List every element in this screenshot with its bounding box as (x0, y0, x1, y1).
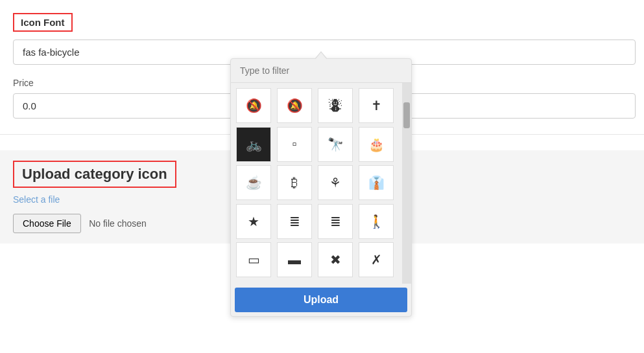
upload-title: Upload category icon (13, 161, 176, 188)
icon-walking[interactable]: 🚶 (359, 204, 394, 239)
icon-bible[interactable]: ✝ (359, 88, 394, 123)
icons-grid: 🔕 🔕 ⛇ ✝ 🚲 ▫ 🔭 🎂 ☕ ₿ ⚘ 👔 ★ ≣ ≣ 🚶 (231, 83, 402, 284)
icon-bicycle[interactable]: 🚲 (236, 127, 271, 162)
icon-bluetooth-b[interactable]: ✖ (318, 242, 353, 277)
icon-blogger-b[interactable]: ▭ (236, 242, 271, 277)
main-content: Icon Font Price Upload category icon Sel… (0, 0, 644, 256)
no-file-text: No file chosen (89, 218, 147, 229)
icon-birthday-cake[interactable]: 🎂 (359, 127, 394, 162)
icon-align-right[interactable]: ≣ (277, 204, 312, 239)
icon-coffee[interactable]: ☕ (236, 165, 271, 200)
icon-bold[interactable]: ▫ (277, 127, 312, 162)
icon-bell-slash[interactable]: 🔕 (236, 88, 271, 123)
scrollbar-thumb[interactable] (403, 102, 410, 128)
icon-bluetooth[interactable]: ✗ (359, 242, 394, 277)
choose-file-button[interactable]: Choose File (13, 214, 81, 233)
icon-filter-input[interactable] (231, 59, 411, 83)
icon-share-nodes[interactable]: ⛇ (318, 88, 353, 123)
icon-bell-slash2[interactable]: 🔕 (277, 88, 312, 123)
scrollbar-track[interactable] (402, 83, 411, 284)
icon-tie[interactable]: 👔 (359, 165, 394, 200)
picker-arrow-inner (315, 52, 327, 60)
icon-align-left[interactable]: ≣ (318, 204, 353, 239)
icon-blogger[interactable]: ▬ (277, 242, 312, 277)
icons-grid-wrapper: 🔕 🔕 ⛇ ✝ 🚲 ▫ 🔭 🎂 ☕ ₿ ⚘ 👔 ★ ≣ ≣ 🚶 (231, 83, 411, 284)
icon-blackberry[interactable]: ★ (236, 204, 271, 239)
upload-button[interactable]: Upload (235, 288, 407, 312)
icon-picker-dropdown: 🔕 🔕 ⛇ ✝ 🚲 ▫ 🔭 🎂 ☕ ₿ ⚘ 👔 ★ ≣ ≣ 🚶 (230, 58, 412, 317)
icon-binoculars[interactable]: 🔭 (318, 127, 353, 162)
icon-bitcoin[interactable]: ₿ (277, 165, 312, 200)
icon-spinner[interactable]: ⚘ (318, 165, 353, 200)
icon-font-label: Icon Font (13, 13, 73, 32)
